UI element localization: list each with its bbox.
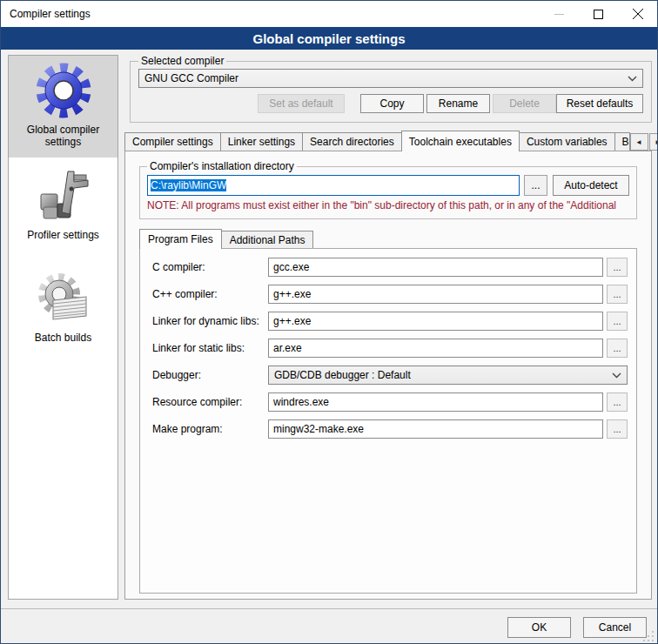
main-panel: Selected compiler GNU GCC Compiler Set a… (124, 55, 652, 600)
installation-directory-row: C:\raylib\MinGW ... Auto-detect (147, 175, 629, 196)
tab-compiler-settings[interactable]: Compiler settings (124, 132, 221, 151)
installation-directory-group: Compiler's installation directory C:\ray… (139, 160, 637, 219)
tab-linker-settings[interactable]: Linker settings (220, 132, 303, 151)
installation-directory-input[interactable]: C:\raylib\MinGW (147, 175, 520, 196)
note-text: NOTE: All programs must exist either in … (147, 199, 629, 211)
cpp-compiler-input[interactable] (268, 285, 603, 304)
debugger-row: Debugger: GDB/CDB debugger : Default (152, 366, 628, 385)
program-files-page: C compiler: ... C++ compiler: ... Linker (139, 248, 637, 594)
gear-stack-icon (36, 271, 91, 326)
dialog-body: Global compiler settings Profil (1, 50, 657, 644)
c-compiler-input[interactable] (268, 258, 603, 277)
tab-additional-paths[interactable]: Additional Paths (221, 231, 314, 248)
caption-buttons (540, 1, 657, 27)
minimize-button (540, 1, 579, 27)
close-icon (633, 9, 643, 19)
installation-directory-legend: Compiler's installation directory (147, 160, 297, 172)
sidebar-item-global-compiler-settings[interactable]: Global compiler settings (9, 56, 118, 158)
sidebar-item-profiler-settings[interactable]: Profiler settings (9, 161, 118, 250)
make-program-label: Make program: (152, 423, 268, 435)
sidebar-item-label: Global compiler settings (12, 124, 114, 149)
make-program-input[interactable] (268, 419, 603, 439)
dynamic-linker-input[interactable] (268, 312, 603, 331)
maximize-icon (594, 10, 603, 19)
set-as-default-button: Set as default (258, 94, 345, 113)
sidebar-item-label: Profiler settings (27, 229, 99, 241)
arrow-right-icon: ► (655, 138, 658, 146)
dynamic-linker-row: Linker for dynamic libs: ... (152, 312, 628, 331)
cpp-compiler-row: C++ compiler: ... (152, 285, 628, 304)
debugger-select[interactable]: GDB/CDB debugger : Default (268, 366, 628, 385)
dynamic-linker-label: Linker for dynamic libs: (152, 315, 268, 327)
settings-sidebar: Global compiler settings Profil (8, 55, 118, 600)
static-linker-input[interactable] (268, 339, 603, 358)
c-compiler-browse-button[interactable]: ... (607, 258, 628, 277)
installation-directory-browse-button[interactable]: ... (524, 175, 547, 196)
debugger-label: Debugger: (152, 369, 268, 381)
tab-scroll-left-button[interactable]: ◄ (630, 133, 648, 151)
reset-defaults-button[interactable]: Reset defaults (556, 94, 643, 113)
tab-toolchain-executables[interactable]: Toolchain executables (401, 131, 520, 151)
resource-compiler-label: Resource compiler: (152, 396, 268, 408)
sidebar-item-label: Batch builds (35, 332, 91, 344)
close-button[interactable] (618, 1, 657, 27)
auto-detect-button[interactable]: Auto-detect (553, 175, 629, 196)
tab-custom-variables[interactable]: Custom variables (519, 132, 615, 151)
chevron-down-icon (628, 76, 637, 82)
settings-notebook: Compiler settings Linker settings Search… (124, 130, 652, 600)
footer: OK Cancel (1, 617, 657, 638)
tab-strip: Compiler settings Linker settings Search… (124, 130, 652, 151)
resize-grip[interactable] (643, 631, 655, 642)
tab-search-directories[interactable]: Search directories (302, 132, 402, 151)
ok-button[interactable]: OK (507, 617, 571, 638)
c-compiler-label: C compiler: (152, 261, 268, 273)
banner-title: Global compiler settings (252, 31, 405, 46)
toolchain-executables-page: Compiler's installation directory C:\ray… (124, 151, 652, 600)
tab-scroll-buttons: ◄ ► (629, 133, 658, 151)
cancel-button[interactable]: Cancel (583, 617, 647, 638)
cpp-compiler-label: C++ compiler: (152, 288, 268, 300)
maximize-button[interactable] (579, 1, 618, 27)
cpp-compiler-browse-button[interactable]: ... (607, 285, 628, 304)
footer-divider (1, 608, 657, 609)
debugger-select-value: GDB/CDB debugger : Default (274, 369, 612, 381)
installation-directory-value: C:\raylib\MinGW (151, 179, 226, 191)
compiler-select[interactable]: GNU GCC Compiler (138, 69, 643, 88)
sub-tab-strip: Program Files Additional Paths (139, 228, 637, 248)
dialog-banner: Global compiler settings (1, 27, 657, 50)
programs-notebook: Program Files Additional Paths C compile… (139, 228, 637, 594)
make-program-browse-button[interactable]: ... (607, 419, 628, 439)
compiler-buttons-row: Set as default Copy Rename Delete Reset … (138, 94, 643, 113)
static-linker-label: Linker for static libs: (152, 342, 268, 354)
tab-program-files[interactable]: Program Files (139, 229, 222, 249)
arrow-left-icon: ◄ (635, 138, 642, 146)
copy-button[interactable]: Copy (360, 94, 424, 113)
chevron-down-icon (612, 372, 621, 379)
resource-compiler-browse-button[interactable]: ... (607, 392, 628, 412)
titlebar: Compiler settings (1, 1, 657, 27)
window-title: Compiler settings (1, 8, 91, 20)
compiler-settings-dialog: Compiler settings Global compiler settin… (0, 0, 658, 644)
sidebar-item-batch-builds[interactable]: Batch builds (9, 264, 118, 352)
make-program-row: Make program: ... (152, 419, 628, 439)
caliper-icon (36, 168, 91, 224)
selected-compiler-legend: Selected compiler (138, 55, 226, 67)
static-linker-browse-button[interactable]: ... (607, 339, 628, 358)
resource-compiler-input[interactable] (268, 392, 603, 412)
compiler-select-value: GNU GCC Compiler (144, 72, 628, 84)
resource-compiler-row: Resource compiler: ... (152, 392, 628, 412)
tab-build-options[interactable]: Build (614, 132, 630, 151)
blue-gear-icon (36, 63, 91, 118)
tab-scroll-right-button[interactable]: ► (649, 133, 658, 151)
delete-button: Delete (493, 94, 556, 113)
rename-button[interactable]: Rename (426, 94, 490, 113)
minimize-icon (554, 10, 564, 19)
c-compiler-row: C compiler: ... (152, 258, 628, 277)
dynamic-linker-browse-button[interactable]: ... (607, 312, 628, 331)
selected-compiler-group: Selected compiler GNU GCC Compiler Set a… (130, 55, 652, 123)
static-linker-row: Linker for static libs: ... (152, 339, 628, 358)
